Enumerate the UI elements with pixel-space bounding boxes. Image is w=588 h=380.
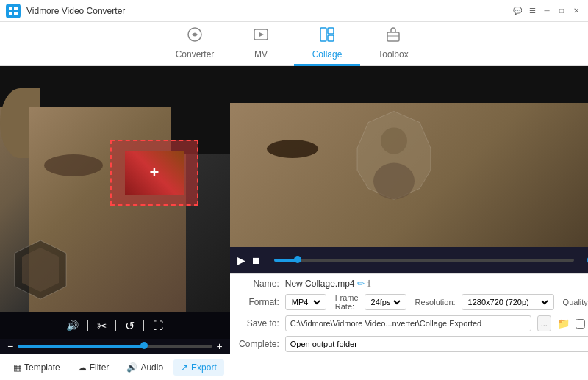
- right-video-preview: [230, 66, 588, 247]
- name-info-icon[interactable]: ℹ: [368, 279, 371, 289]
- svg-rect-3: [14, 12, 18, 15]
- saveto-path: C:\Vidmore\Vidmore Video...nverter\Colla…: [285, 315, 531, 331]
- overlay-clip-inner: +: [125, 151, 184, 195]
- tab-toolbox[interactable]: Toolbox: [360, 22, 426, 66]
- folder-icon[interactable]: 📁: [557, 318, 570, 329]
- saveto-row: Save to: C:\Vidmore\Vidmore Video...nver…: [239, 315, 588, 331]
- settings-panel: Name: New Collage.mp4 ✏ ℹ Format: MP4 AV…: [230, 273, 588, 380]
- divider-1: [87, 320, 88, 331]
- maximize-button[interactable]: □: [556, 5, 567, 17]
- name-label: Name:: [239, 279, 279, 289]
- export-icon: ↗: [181, 362, 188, 373]
- right-video-bg: [230, 66, 588, 247]
- title-bar: Vidmore Video Converter 💬 ☰ ─ □ ✕: [0, 0, 588, 22]
- tab-export[interactable]: ↗ Export: [173, 359, 224, 376]
- saveto-label: Save to:: [239, 318, 279, 329]
- cut-button[interactable]: ✂: [97, 319, 107, 333]
- left-video-preview: +: [0, 66, 230, 312]
- app-logo: [6, 4, 21, 18]
- export-label: Export: [191, 362, 217, 373]
- framerate-dropdown[interactable]: 24fps 30fps 60fps: [368, 297, 403, 307]
- left-progress-fill: [18, 345, 144, 348]
- resolution-select[interactable]: 1280x720 (720p) 1920x1080 (1080p): [462, 294, 554, 310]
- browse-dots-button[interactable]: ...: [537, 315, 551, 331]
- left-progress-thumb[interactable]: [140, 342, 148, 349]
- converter-icon: [187, 26, 203, 46]
- tab-collage-label: Collage: [312, 49, 343, 60]
- toolbox-icon: [385, 26, 401, 46]
- hex-shape: [7, 237, 74, 305]
- progress-plus[interactable]: +: [217, 340, 223, 352]
- tab-converter[interactable]: Converter: [162, 22, 228, 66]
- right-section: ▶ ⏹ 00:00:02.08/00:00:44.05 🔊 Name: New …: [230, 66, 588, 380]
- name-value: New Collage.mp4 ✏ ℹ: [285, 279, 372, 289]
- collage-icon: [319, 26, 335, 46]
- tab-converter-label: Converter: [176, 49, 215, 60]
- tab-mv[interactable]: MV: [228, 22, 294, 66]
- framerate-label: Frame Rate:: [335, 293, 359, 311]
- format-row: Format: MP4 AVI MOV Frame Rate: 24fps 30…: [239, 293, 588, 311]
- svg-rect-6: [320, 28, 326, 41]
- template-icon: ▦: [13, 362, 21, 373]
- menu-button[interactable]: ☰: [526, 5, 538, 17]
- right-controls: ▶ ⏹ 00:00:02.08/00:00:44.05 🔊: [230, 247, 588, 273]
- tab-template[interactable]: ▦ Template: [6, 359, 68, 376]
- divider-3: [143, 320, 144, 331]
- left-panel: + 🔊 ✂ ↺ ⛶ −: [0, 66, 230, 380]
- close-button[interactable]: ✕: [570, 5, 582, 17]
- divider-2: [115, 320, 116, 331]
- fullscreen-button[interactable]: ⛶: [153, 320, 163, 331]
- gpu-checkbox-area: Turn on GPU Acceleration: [576, 318, 588, 329]
- window-controls: 💬 ☰ ─ □ ✕: [512, 5, 582, 17]
- svg-rect-0: [9, 7, 12, 10]
- complete-row: Complete: Open output folder ▾: [239, 336, 588, 352]
- format-select[interactable]: MP4 AVI MOV: [285, 294, 326, 310]
- name-edit-icon[interactable]: ✏: [357, 279, 365, 289]
- left-video-bg: +: [0, 66, 230, 312]
- mv-icon: [253, 26, 269, 46]
- svg-rect-2: [9, 12, 12, 15]
- tab-filter[interactable]: ☁ Filter: [71, 359, 117, 376]
- resolution-label: Resolution:: [415, 298, 456, 306]
- minimize-button[interactable]: ─: [541, 5, 553, 17]
- left-progress-track[interactable]: [18, 345, 212, 348]
- rotate-button[interactable]: ↺: [125, 319, 135, 333]
- chat-button[interactable]: 💬: [512, 5, 523, 17]
- progress-minus[interactable]: −: [7, 340, 13, 352]
- oct-center: [350, 108, 438, 206]
- left-controls-bar: 🔊 ✂ ↺ ⛶: [0, 312, 230, 339]
- main-content: + 🔊 ✂ ↺ ⛶ −: [0, 66, 588, 380]
- right-progress-track[interactable]: [274, 259, 574, 262]
- saveto-path-text: C:\Vidmore\Vidmore Video...nverter\Colla…: [290, 319, 481, 328]
- right-progress-thumb[interactable]: [294, 256, 301, 263]
- filter-icon: ☁: [78, 362, 87, 373]
- complete-select[interactable]: Open output folder ▾: [285, 336, 588, 352]
- quality-label: Quality:: [563, 298, 588, 306]
- framerate-select[interactable]: 24fps 30fps 60fps: [365, 294, 406, 310]
- filter-label: Filter: [90, 362, 110, 373]
- audio-label: Audio: [140, 362, 163, 373]
- tab-toolbox-label: Toolbox: [378, 49, 408, 60]
- tab-mv-label: MV: [254, 49, 268, 60]
- name-row: Name: New Collage.mp4 ✏ ℹ: [239, 279, 588, 289]
- format-label: Format:: [239, 297, 279, 307]
- format-dropdown[interactable]: MP4 AVI MOV: [289, 297, 323, 307]
- mute-button[interactable]: 🔊: [66, 320, 79, 331]
- resolution-dropdown[interactable]: 1280x720 (720p) 1920x1080 (1080p): [465, 297, 551, 307]
- complete-value: Open output folder: [290, 340, 357, 348]
- tab-audio[interactable]: 🔊 Audio: [119, 359, 171, 376]
- name-text: New Collage.mp4: [285, 279, 355, 289]
- right-stop-button[interactable]: ⏹: [251, 255, 261, 266]
- tab-collage[interactable]: Collage: [294, 22, 360, 66]
- left-bottom-tabs: ▦ Template ☁ Filter 🔊 Audio ↗ Export: [0, 354, 230, 380]
- gpu-checkbox[interactable]: [576, 319, 585, 329]
- right-dark-top: [230, 66, 588, 103]
- template-label: Template: [24, 362, 60, 373]
- app-title: Vidmore Video Converter: [26, 6, 512, 16]
- overlay-clip[interactable]: +: [110, 140, 198, 206]
- svg-rect-1: [14, 7, 18, 10]
- audio-icon: 🔊: [126, 362, 137, 373]
- right-play-button[interactable]: ▶: [237, 254, 245, 266]
- right-panel: ▶ ⏹ 00:00:02.08/00:00:44.05 🔊: [230, 66, 588, 273]
- svg-point-15: [373, 163, 415, 200]
